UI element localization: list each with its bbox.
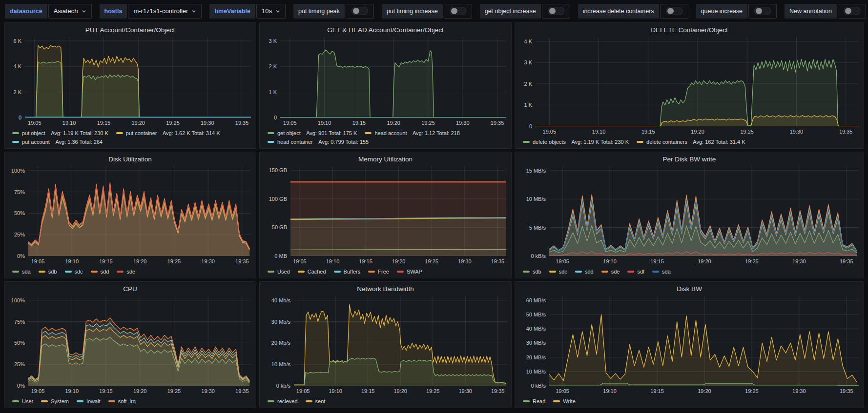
- chart-area: 0%25%50%75%100%19:0519:1019:1519:2019:25…: [9, 294, 251, 396]
- legend-item[interactable]: put object Avg: 1.19 K Total: 230 K: [12, 129, 108, 137]
- legend-item[interactable]: sda: [12, 268, 31, 275]
- y-tick-label: 2 K: [524, 81, 532, 87]
- legend-color-swatch: [12, 271, 19, 273]
- legend-item[interactable]: sent: [306, 397, 326, 405]
- y-tick-label: 10 Mb/s: [271, 361, 290, 367]
- legend-item[interactable]: sda: [652, 268, 671, 275]
- toggle-switch[interactable]: [444, 4, 472, 19]
- x-tick-label: 19:20: [133, 388, 147, 394]
- legend-item[interactable]: SWAP: [397, 268, 422, 275]
- legend-series-name: put object: [22, 129, 45, 137]
- toggle-label: get object increase: [480, 4, 541, 19]
- legend-series-name: sdb: [48, 268, 57, 275]
- legend-item[interactable]: delete containers Avg: 162 Total: 31.4 K: [637, 138, 745, 146]
- chart-body: 0 MB50 GB100 GB150 GB: [265, 164, 506, 256]
- legend-item[interactable]: head container Avg: 0.799 Total: 155: [268, 138, 369, 146]
- panel-memory-utilization: Memory Utilization 0 MB50 GB100 GB150 GB…: [259, 152, 512, 278]
- plot-canvas[interactable]: [25, 37, 251, 118]
- x-tick-label: 19:25: [421, 120, 435, 126]
- legend-series-name: Free: [378, 268, 389, 275]
- panel-title[interactable]: DELETE Container/Object: [520, 26, 859, 34]
- panel-title[interactable]: Network Bandwidth: [265, 285, 506, 293]
- variable-value-dropdown[interactable]: 10s: [256, 4, 286, 19]
- plot-canvas[interactable]: [549, 166, 859, 256]
- plot-canvas[interactable]: [290, 166, 506, 256]
- legend-series-name: put container: [126, 129, 157, 137]
- legend-item[interactable]: delete objects Avg: 1.19 K Total: 230 K: [523, 138, 629, 146]
- plot-canvas[interactable]: [536, 37, 859, 126]
- chart-body: 0 kB/s5 MB/s10 MB/s15 MB/s: [520, 164, 859, 256]
- legend-item[interactable]: sdc: [549, 268, 567, 275]
- legend-item[interactable]: Read: [523, 397, 545, 405]
- variable-label: timeVariable: [209, 4, 255, 19]
- legend-item[interactable]: put account Avg: 1.36 Total: 264: [12, 138, 103, 146]
- legend-series-name: Iowait: [86, 397, 101, 405]
- legend-item[interactable]: User: [12, 397, 33, 405]
- y-tick-label: 30 MB/s: [526, 340, 546, 346]
- legend-color-swatch: [268, 132, 274, 134]
- variable-value-dropdown[interactable]: Asiatech: [48, 4, 92, 19]
- panel-title[interactable]: Per Disk BW write: [520, 156, 859, 163]
- legend-item[interactable]: sdc: [65, 268, 83, 275]
- legend-item[interactable]: sdd: [91, 268, 109, 275]
- panel-title[interactable]: Disk Utilization: [9, 156, 251, 163]
- legend-item[interactable]: soft_irq: [108, 397, 136, 405]
- y-tick-label: 75%: [14, 189, 25, 195]
- x-tick-label: 19:10: [592, 129, 606, 135]
- legend-item[interactable]: Buffers: [334, 268, 361, 275]
- legend-item[interactable]: sdb: [39, 268, 57, 275]
- legend-item[interactable]: Free: [368, 268, 389, 275]
- dashboard-topbar: datasource Asiatech hostls m-r1z1s1-cont…: [0, 0, 868, 20]
- plot-canvas[interactable]: [28, 166, 251, 256]
- panel-title[interactable]: Disk BW: [520, 285, 859, 293]
- legend-item[interactable]: head account Avg: 1.12 Total: 218: [365, 129, 459, 137]
- legend-item[interactable]: System: [41, 397, 69, 405]
- toggle-queue-increase: queue increase: [696, 4, 777, 19]
- legend-item[interactable]: Write: [553, 397, 575, 405]
- legend: delete objects Avg: 1.19 K Total: 230 Kd…: [520, 137, 859, 146]
- legend-series-name: head container: [277, 138, 313, 146]
- toggle-switch[interactable]: [660, 4, 688, 19]
- x-tick-label: 19:05: [556, 258, 569, 264]
- legend-series-name: User: [22, 397, 33, 405]
- legend-item[interactable]: sde: [601, 268, 620, 275]
- legend-item[interactable]: sdd: [575, 268, 594, 275]
- legend-color-swatch: [334, 271, 341, 273]
- plot-canvas[interactable]: [28, 296, 251, 386]
- toggle-switch[interactable]: [838, 4, 866, 19]
- legend-item[interactable]: sdf: [627, 268, 644, 275]
- x-axis: 19:0519:1019:1519:2019:2519:3019:35: [290, 258, 506, 266]
- legend-item[interactable]: Iowait: [77, 397, 101, 405]
- panel-title[interactable]: PUT Account/Container/Object: [9, 26, 251, 34]
- panel-title[interactable]: GET & HEAD Account/Container/Object: [265, 26, 506, 34]
- legend-item[interactable]: sdb: [523, 268, 541, 275]
- toggle-switch[interactable]: [346, 4, 374, 19]
- legend-item[interactable]: Cached: [298, 268, 326, 275]
- plot-canvas[interactable]: [294, 296, 506, 386]
- variable-value: Asiatech: [54, 7, 78, 15]
- legend-item[interactable]: Used: [268, 268, 290, 275]
- x-tick-label: 19:10: [65, 258, 79, 264]
- plot-canvas[interactable]: [549, 296, 859, 386]
- toggle-label: put timing peak: [293, 4, 345, 19]
- panel-title[interactable]: CPU: [9, 285, 251, 293]
- legend-item[interactable]: recieved: [268, 397, 298, 405]
- legend-color-swatch: [306, 400, 312, 402]
- toggle-switch[interactable]: [748, 4, 777, 19]
- variable-value-dropdown[interactable]: m-r1z1s1-controller: [128, 4, 202, 19]
- x-tick-label: 19:20: [698, 388, 711, 394]
- toggle-switch[interactable]: [542, 4, 570, 19]
- plot-canvas[interactable]: [280, 37, 506, 118]
- panel-title[interactable]: Memory Utilization: [265, 156, 506, 163]
- legend-color-swatch: [91, 271, 98, 273]
- legend-series-name: delete containers: [646, 138, 687, 146]
- legend-item[interactable]: sde: [117, 268, 135, 275]
- legend-item[interactable]: put container Avg: 1.62 K Total: 314 K: [116, 129, 220, 137]
- panel-disk-bw: Disk BW 0 kB/s10 MB/s20 MB/s30 MB/s40 MB…: [515, 281, 864, 408]
- panel-put-account-container-object: PUT Account/Container/Object 02 K4 K6 K1…: [4, 22, 256, 149]
- legend-item[interactable]: get object Avg: 901 Total: 175 K: [268, 129, 357, 137]
- x-tick-label: 19:25: [166, 120, 180, 126]
- y-tick-label: 0 kb/s: [276, 383, 290, 389]
- toggle-label: put timing increase: [382, 4, 443, 19]
- chart-area: 0 kB/s5 MB/s10 MB/s15 MB/s19:0519:1019:1…: [520, 164, 859, 266]
